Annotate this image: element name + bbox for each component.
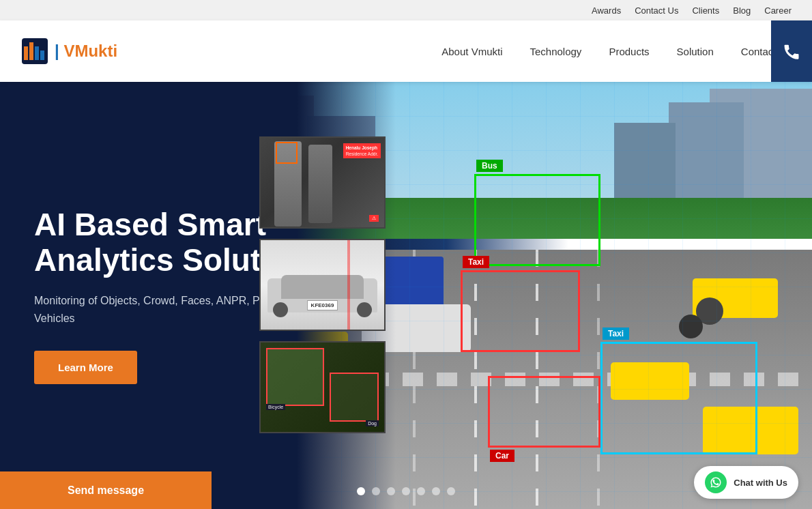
person-status: ⚠ bbox=[369, 215, 379, 222]
send-message-bar[interactable]: Send message bbox=[0, 471, 212, 509]
nav-products[interactable]: Products bbox=[609, 46, 649, 57]
carousel-dot-4[interactable] bbox=[417, 487, 425, 495]
car-detection-panel: KFE0369 bbox=[259, 239, 386, 331]
phone-button[interactable] bbox=[771, 20, 812, 82]
send-message-label: Send message bbox=[68, 484, 144, 497]
nav-about[interactable]: About Vmukti bbox=[441, 46, 502, 57]
svg-rect-3 bbox=[35, 46, 39, 60]
main-nav: About Vmukti Technology Products Solutio… bbox=[441, 46, 792, 57]
carousel-dots bbox=[357, 487, 455, 495]
carousel-dot-1[interactable] bbox=[372, 487, 380, 495]
chat-with-us-label: Chat with Us bbox=[734, 478, 787, 488]
object-detection-panel: Bicycle Dog bbox=[259, 341, 386, 433]
svg-rect-4 bbox=[40, 50, 44, 60]
whatsapp-icon bbox=[705, 471, 727, 493]
person-addr: Residence Addr. bbox=[346, 151, 378, 157]
person-name: Henalu Joseph bbox=[346, 145, 378, 151]
contact-us-top-link[interactable]: Contact Us bbox=[635, 5, 678, 16]
logo-text: | VMukti bbox=[55, 42, 117, 61]
dog-label: Dog bbox=[366, 420, 379, 426]
whatsapp-svg bbox=[710, 476, 722, 489]
hero-section: Bus Taxi Taxi Car AI Based Smart Analyti… bbox=[0, 82, 812, 509]
nav-solution[interactable]: Solution bbox=[677, 46, 714, 57]
detection-panels: Henalu Joseph Residence Addr. ⚠ KFE0369 bbox=[259, 136, 386, 433]
logo-icon bbox=[20, 37, 49, 66]
carousel-dot-6[interactable] bbox=[447, 487, 455, 495]
learn-more-button[interactable]: Learn More bbox=[34, 351, 137, 384]
header: | VMukti About Vmukti Technology Product… bbox=[0, 20, 812, 82]
clients-link[interactable]: Clients bbox=[692, 5, 719, 16]
person-detection-panel: Henalu Joseph Residence Addr. ⚠ bbox=[259, 136, 386, 229]
carousel-dot-0[interactable] bbox=[357, 487, 365, 495]
phone-icon bbox=[782, 42, 801, 61]
carousel-dot-2[interactable] bbox=[387, 487, 395, 495]
carousel-dot-3[interactable] bbox=[402, 487, 410, 495]
svg-rect-1 bbox=[24, 46, 28, 60]
blog-link[interactable]: Blog bbox=[733, 5, 751, 16]
logo[interactable]: | VMukti bbox=[20, 37, 117, 66]
svg-rect-2 bbox=[29, 42, 33, 60]
career-link[interactable]: Career bbox=[764, 5, 792, 16]
carousel-dot-5[interactable] bbox=[432, 487, 440, 495]
license-plate: KFE0369 bbox=[307, 300, 338, 310]
bicycle-label: Bicycle bbox=[266, 404, 285, 410]
awards-link[interactable]: Awards bbox=[592, 5, 621, 16]
chat-widget[interactable]: Chat with Us bbox=[694, 466, 798, 499]
top-bar: Awards Contact Us Clients Blog Career bbox=[0, 0, 812, 20]
nav-technology[interactable]: Technology bbox=[530, 46, 581, 57]
